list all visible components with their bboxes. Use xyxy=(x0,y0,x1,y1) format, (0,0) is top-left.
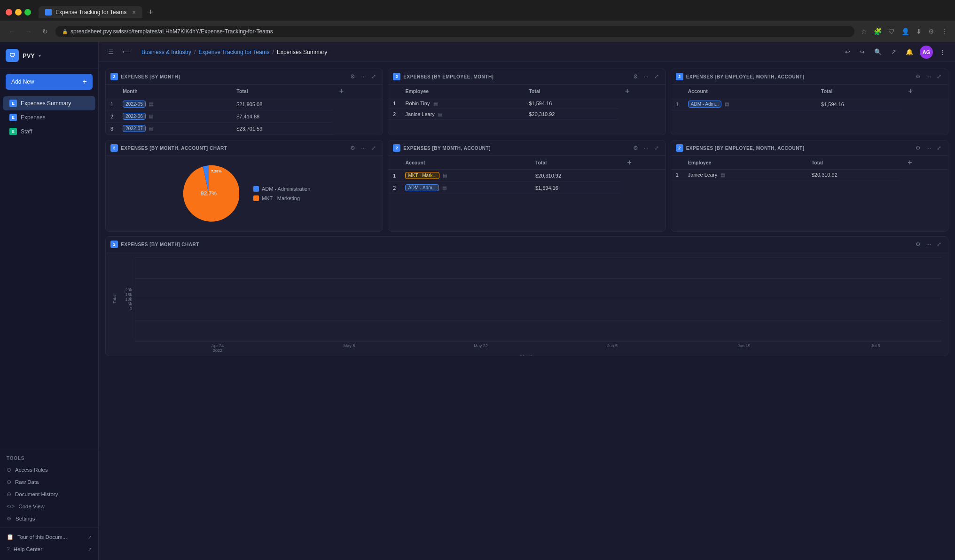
col-total-header[interactable]: Total xyxy=(807,156,901,170)
col-add-header[interactable]: + xyxy=(618,85,665,98)
breadcrumb-org[interactable]: Business & Industry xyxy=(141,49,191,55)
filter-button[interactable]: ⚙ xyxy=(348,144,357,152)
col-account-header[interactable]: Account xyxy=(400,156,531,170)
tool-document-history[interactable]: ⊙ Document History xyxy=(0,488,98,500)
col-total-header[interactable]: Total xyxy=(816,85,902,98)
expand-button[interactable]: ⤢ xyxy=(652,144,661,152)
filter-button[interactable]: ⚙ xyxy=(914,72,923,81)
expand-button[interactable]: ⤢ xyxy=(935,240,943,249)
sidebar-item-expenses-summary[interactable]: E Expenses Summary xyxy=(3,96,95,110)
breadcrumb-separator-2: / xyxy=(273,49,274,55)
more-button[interactable]: ··· xyxy=(924,240,933,249)
sidebar-item-expenses[interactable]: E Expenses xyxy=(3,110,95,124)
col-month-header[interactable]: Month xyxy=(118,85,232,98)
tool-tour[interactable]: 📋 Tour of this Docum... ↗ xyxy=(0,531,98,543)
filter-button[interactable]: ⚙ xyxy=(348,72,357,81)
panel-label: EXPENSES [by Month] xyxy=(121,74,180,79)
expand-button[interactable]: ⤢ xyxy=(369,144,378,152)
more-button[interactable]: ··· xyxy=(924,144,933,152)
profile-icon[interactable]: 👤 xyxy=(900,26,911,37)
share-button[interactable]: ↗ xyxy=(888,47,899,57)
redo-button[interactable]: ↪ xyxy=(857,47,868,57)
table-row[interactable]: 2 ADM - Adm... ▤ $1,594.16 xyxy=(388,182,665,194)
expand-button[interactable]: ⤢ xyxy=(935,144,943,152)
more-button[interactable]: ··· xyxy=(359,72,368,81)
forward-button[interactable]: → xyxy=(23,26,35,37)
row-number: 1 xyxy=(388,98,400,109)
panel-title-row: 2 EXPENSES [by Month] Chart xyxy=(110,241,199,248)
table-row[interactable]: 3 2022-07 ▤ $23,701.59 xyxy=(106,123,383,135)
tool-code-view[interactable]: </> Code View xyxy=(0,500,98,513)
more-button[interactable]: ··· xyxy=(642,144,650,152)
expand-row-icon[interactable]: ▤ xyxy=(443,173,447,178)
expand-button[interactable]: ⤢ xyxy=(652,72,661,81)
y-label: 5k xyxy=(119,302,132,306)
breadcrumb-template[interactable]: Expense Tracking for Teams xyxy=(198,49,269,55)
filter-button[interactable]: ⚙ xyxy=(631,72,640,81)
tool-help-center[interactable]: ? Help Center ↗ xyxy=(0,543,98,555)
filter-button[interactable]: ⚙ xyxy=(914,240,923,249)
col-employee-header[interactable]: Employee xyxy=(683,156,807,170)
notifications-button[interactable]: 🔔 xyxy=(903,47,916,57)
search-button[interactable]: 🔍 xyxy=(871,47,885,57)
add-new-button[interactable]: Add New + xyxy=(6,74,93,90)
col-total-header[interactable]: Total xyxy=(531,156,620,170)
expand-row-icon[interactable]: ▤ xyxy=(438,112,442,117)
sidebar-item-staff[interactable]: S Staff xyxy=(3,124,95,139)
row-number: 2 xyxy=(388,109,400,120)
expand-button[interactable]: ⤢ xyxy=(935,72,943,81)
expand-row-icon[interactable]: ▤ xyxy=(442,185,446,190)
col-add-header[interactable]: + xyxy=(901,156,948,170)
more-options-button[interactable]: ⋮ xyxy=(937,47,948,57)
tool-raw-data[interactable]: ⊙ Raw Data xyxy=(0,476,98,488)
expand-button[interactable]: ⤢ xyxy=(369,72,378,81)
tool-settings[interactable]: ⚙ Settings xyxy=(0,513,98,525)
filter-button[interactable]: ⚙ xyxy=(631,144,640,152)
more-button[interactable]: ··· xyxy=(359,144,368,152)
tab-close-button[interactable]: ✕ xyxy=(132,10,136,15)
expand-row-icon[interactable]: ▤ xyxy=(149,114,153,119)
expand-row-icon[interactable]: ▤ xyxy=(725,101,729,107)
more-button[interactable]: ··· xyxy=(924,72,933,81)
undo-button[interactable]: ↩ xyxy=(842,47,853,57)
col-account-header[interactable]: Account xyxy=(683,85,816,98)
close-button[interactable] xyxy=(6,9,12,16)
bookmark-icon[interactable]: ☆ xyxy=(859,26,869,37)
table-row[interactable]: 2 Janice Leary ▤ $20,310.92 xyxy=(388,109,665,120)
expand-row-icon[interactable]: ▤ xyxy=(720,172,725,178)
col-total-header[interactable]: Total xyxy=(232,85,332,98)
expand-row-icon[interactable]: ▤ xyxy=(149,126,153,131)
tool-access-rules[interactable]: ⊙ Access Rules xyxy=(0,464,98,476)
table-row[interactable]: 1 2022-05 ▤ $21,905.08 xyxy=(106,98,383,110)
table-row[interactable]: 2 2022-06 ▤ $7,414.88 xyxy=(106,110,383,123)
filter-button[interactable]: ⚙ xyxy=(914,144,923,152)
more-button[interactable]: ··· xyxy=(642,72,650,81)
expand-row-icon[interactable]: ▤ xyxy=(433,101,438,106)
col-add-header[interactable]: + xyxy=(620,156,665,170)
new-tab-button[interactable]: + xyxy=(144,8,157,17)
user-avatar[interactable]: AG xyxy=(920,46,933,59)
back-page-button[interactable]: ⟵ xyxy=(119,47,134,57)
url-bar[interactable]: 🔒 spreadsheet.pvy.swiss/o/templates/aLHh… xyxy=(55,26,854,37)
download-icon[interactable]: ⬇ xyxy=(914,26,924,37)
more-icon[interactable]: ⋮ xyxy=(939,26,949,37)
minimize-button[interactable] xyxy=(15,9,22,16)
back-button[interactable]: ← xyxy=(6,26,18,37)
maximize-button[interactable] xyxy=(24,9,31,16)
table-row[interactable]: 1 Janice Leary ▤ $20,310.92 xyxy=(671,170,948,180)
table-row[interactable]: 1 ADM - Adm... ▤ $1,594.16 xyxy=(671,98,948,110)
reload-button[interactable]: ↻ xyxy=(39,26,51,37)
col-add-header[interactable]: + xyxy=(902,85,948,98)
table-row[interactable]: 1 MKT - Mark... ▤ $20,310.92 xyxy=(388,170,665,182)
col-employee-header[interactable]: Employee xyxy=(400,85,524,98)
puzzle-icon[interactable]: ⚙ xyxy=(926,26,936,37)
table-row[interactable]: 1 Robin Tiny ▤ $1,594.16 xyxy=(388,98,665,109)
col-total-header[interactable]: Total xyxy=(524,85,618,98)
col-add-header[interactable]: + xyxy=(333,85,383,98)
active-tab[interactable]: Expense Tracking for Teams ✕ xyxy=(39,6,142,18)
expand-row-icon[interactable]: ▤ xyxy=(149,101,153,107)
shield-icon[interactable]: 🛡 xyxy=(886,26,897,37)
nav-toggle-button[interactable]: ☰ xyxy=(105,47,117,57)
extensions-icon[interactable]: 🧩 xyxy=(872,26,884,37)
org-dropdown-icon[interactable]: ▾ xyxy=(39,53,41,58)
